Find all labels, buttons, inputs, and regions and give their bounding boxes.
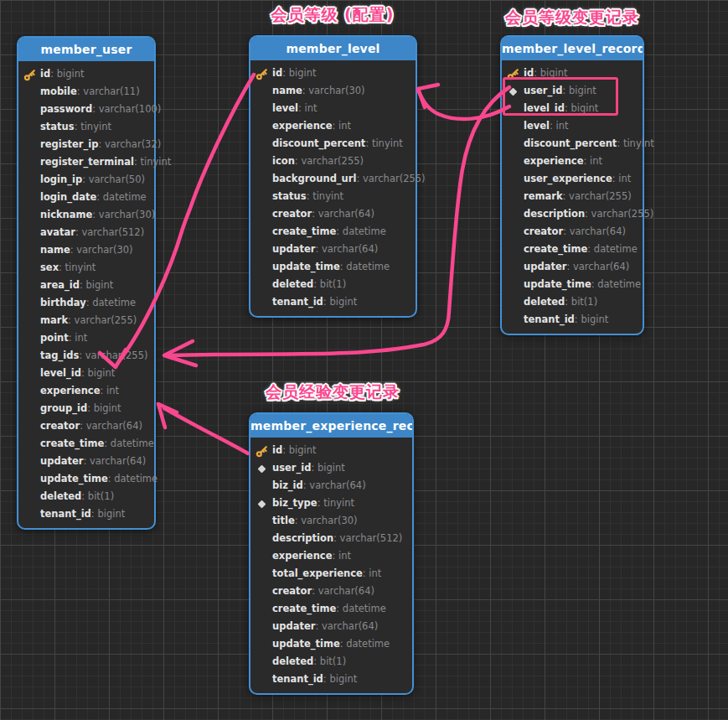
field-row-member_experience_record-updater[interactable]: updater: varchar(64) <box>250 618 412 635</box>
table-title-member_level_record[interactable]: member_level_record <box>502 37 643 60</box>
table-node-member_level_record[interactable]: member_level_recordid: bigintuser_id: bi… <box>500 35 644 335</box>
field-row-member_user-name[interactable]: name: varchar(30) <box>18 241 154 259</box>
field-row-member_level_record-create_time[interactable]: create_time: datetime <box>502 241 643 258</box>
field-row-member_experience_record-tenant_id[interactable]: tenant_id: bigint <box>250 671 412 688</box>
field-name: deleted <box>272 278 313 290</box>
field-name: status <box>40 121 75 132</box>
field-row-member_experience_record-creator[interactable]: creator: varchar(64) <box>250 583 412 600</box>
field-row-member_user-tenant_id[interactable]: tenant_id: bigint <box>18 505 154 523</box>
field-row-member_level-tenant_id[interactable]: tenant_id: bigint <box>250 293 416 311</box>
field-row-member_level_record-description[interactable]: description: varchar(255) <box>502 205 643 223</box>
field-row-member_level_record-level_id[interactable]: level_id: bigint <box>502 100 643 117</box>
annotation-label-member-level: 会员等级 (配置) <box>271 4 395 26</box>
field-row-member_level_record-level[interactable]: level: int <box>502 117 643 135</box>
field-name: sex <box>40 262 59 273</box>
field-row-member_level-id[interactable]: id: bigint <box>250 65 416 82</box>
field-row-member_user-create_time[interactable]: create_time: datetime <box>18 435 154 453</box>
field-row-member_experience_record-update_time[interactable]: update_time: datetime <box>250 635 412 653</box>
field-row-member_user-area_id[interactable]: area_id: bigint <box>18 277 154 294</box>
field-row-member_user-mobile[interactable]: mobile: varchar(11) <box>18 83 154 101</box>
field-type: : varchar(64) <box>563 225 626 237</box>
field-row-member_user-login_date[interactable]: login_date: datetime <box>18 189 154 206</box>
field-row-member_experience_record-experience[interactable]: experience: int <box>250 547 412 565</box>
field-row-member_level-update_time[interactable]: update_time: datetime <box>250 258 416 276</box>
field-row-member_user-status[interactable]: status: tinyint <box>18 118 154 136</box>
table-node-member_user[interactable]: member_userid: bigintmobile: varchar(11)… <box>17 36 156 530</box>
field-row-member_level_record-user_experience[interactable]: user_experience: int <box>502 170 643 188</box>
field-row-member_user-update_time[interactable]: update_time: datetime <box>18 470 154 488</box>
field-row-member_level_record-creator[interactable]: creator: varchar(64) <box>502 223 643 241</box>
field-row-member_user-mark[interactable]: mark: varchar(255) <box>18 312 154 329</box>
field-row-member_level-background_url[interactable]: background_url: varchar(255) <box>250 170 416 188</box>
field-row-member_level-level[interactable]: level: int <box>250 100 416 117</box>
table-node-member_level[interactable]: member_levelid: bigintname: varchar(30)l… <box>249 35 417 318</box>
field-name: create_time <box>40 438 104 449</box>
table-title-member_user[interactable]: member_user <box>18 38 154 61</box>
field-name: tag_ids <box>40 350 79 361</box>
field-name: update_time <box>272 638 340 650</box>
field-row-member_user-avatar[interactable]: avatar: varchar(512) <box>18 224 154 241</box>
field-type: : int <box>583 155 602 167</box>
field-type: : tinyint <box>307 190 343 202</box>
field-row-member_user-sex[interactable]: sex: tinyint <box>18 259 154 277</box>
field-row-member_user-deleted[interactable]: deleted: bit(1) <box>18 488 154 505</box>
field-row-member_user-register_ip[interactable]: register_ip: varchar(32) <box>18 136 154 153</box>
field-row-member_experience_record-user_id[interactable]: user_id: bigint <box>250 459 412 477</box>
field-row-member_user-experience[interactable]: experience: int <box>18 382 154 400</box>
field-row-member_level-creator[interactable]: creator: varchar(64) <box>250 205 416 223</box>
field-row-member_experience_record-total_experience[interactable]: total_experience: int <box>250 565 412 583</box>
field-row-member_user-updater[interactable]: updater: varchar(64) <box>18 453 154 470</box>
field-row-member_level_record-id[interactable]: id: bigint <box>502 65 643 82</box>
field-row-member_experience_record-id[interactable]: id: bigint <box>250 442 412 459</box>
field-type: : varchar(255) <box>585 208 653 220</box>
field-type: : datetime <box>587 243 637 255</box>
field-name: description <box>524 208 585 220</box>
field-row-member_level-experience[interactable]: experience: int <box>250 117 416 135</box>
field-row-member_user-register_terminal[interactable]: register_terminal: tinyint <box>18 153 154 171</box>
field-row-member_user-group_id[interactable]: group_id: bigint <box>18 400 154 417</box>
table-title-member_experience_record[interactable]: member_experience_record <box>250 414 412 438</box>
field-row-member_level_record-updater[interactable]: updater: varchar(64) <box>502 258 643 276</box>
field-row-member_level_record-deleted[interactable]: deleted: bit(1) <box>502 293 643 311</box>
field-name: login_date <box>40 191 96 203</box>
field-row-member_level-name[interactable]: name: varchar(30) <box>250 82 416 100</box>
field-row-member_level-status[interactable]: status: tinyint <box>250 188 416 205</box>
field-row-member_user-nickname[interactable]: nickname: varchar(30) <box>18 206 154 224</box>
field-row-member_user-id[interactable]: id: bigint <box>18 65 154 83</box>
field-row-member_level-discount_percent[interactable]: discount_percent: tinyint <box>250 135 416 153</box>
field-row-member_user-tag_ids[interactable]: tag_ids: varchar(255) <box>18 347 154 365</box>
index-diamond-icon <box>255 497 268 510</box>
field-row-member_experience_record-biz_type[interactable]: biz_type: tinyint <box>250 495 412 512</box>
field-row-member_experience_record-description[interactable]: description: varchar(512) <box>250 530 412 547</box>
field-type: : varchar(64) <box>80 420 142 432</box>
field-row-member_level_record-update_time[interactable]: update_time: datetime <box>502 276 643 293</box>
field-name: create_time <box>272 225 336 237</box>
table-fields-member_level: id: bigintname: varchar(30)level: intexp… <box>250 60 416 316</box>
field-row-member_user-point[interactable]: point: int <box>18 329 154 347</box>
field-type: : datetime <box>336 225 385 237</box>
field-row-member_level-updater[interactable]: updater: varchar(64) <box>250 241 416 258</box>
field-name: update_time <box>524 278 591 290</box>
field-row-member_level_record-remark[interactable]: remark: varchar(255) <box>502 188 643 205</box>
field-row-member_user-login_ip[interactable]: login_ip: varchar(50) <box>18 171 154 189</box>
field-row-member_experience_record-deleted[interactable]: deleted: bit(1) <box>250 653 412 671</box>
arrowhead-experience-record-to-member-user <box>158 404 177 427</box>
field-row-member_level-deleted[interactable]: deleted: bit(1) <box>250 276 416 293</box>
field-row-member_level_record-tenant_id[interactable]: tenant_id: bigint <box>502 311 643 329</box>
field-row-member_experience_record-create_time[interactable]: create_time: datetime <box>250 600 412 618</box>
field-row-member_level_record-experience[interactable]: experience: int <box>502 153 643 170</box>
field-row-member_user-password[interactable]: password: varchar(100) <box>18 101 154 118</box>
field-row-member_user-birthday[interactable]: birthday: datetime <box>18 294 154 312</box>
field-row-member_level_record-discount_percent[interactable]: discount_percent: tinyint <box>502 135 643 153</box>
field-row-member_user-creator[interactable]: creator: varchar(64) <box>18 417 154 435</box>
field-row-member_user-level_id[interactable]: level_id: bigint <box>18 365 154 382</box>
field-row-member_level-create_time[interactable]: create_time: datetime <box>250 223 416 241</box>
field-row-member_level_record-user_id[interactable]: user_id: bigint <box>502 82 643 100</box>
table-node-member_experience_record[interactable]: member_experience_recordid: bigintuser_i… <box>249 412 414 695</box>
field-name: register_ip <box>40 138 98 150</box>
field-row-member_experience_record-biz_id[interactable]: biz_id: varchar(64) <box>250 477 412 495</box>
table-title-member_level[interactable]: member_level <box>250 37 416 60</box>
field-row-member_experience_record-title[interactable]: title: varchar(30) <box>250 512 412 530</box>
field-row-member_level-icon[interactable]: icon: varchar(255) <box>250 153 416 170</box>
field-type: : tinyint <box>75 121 111 132</box>
